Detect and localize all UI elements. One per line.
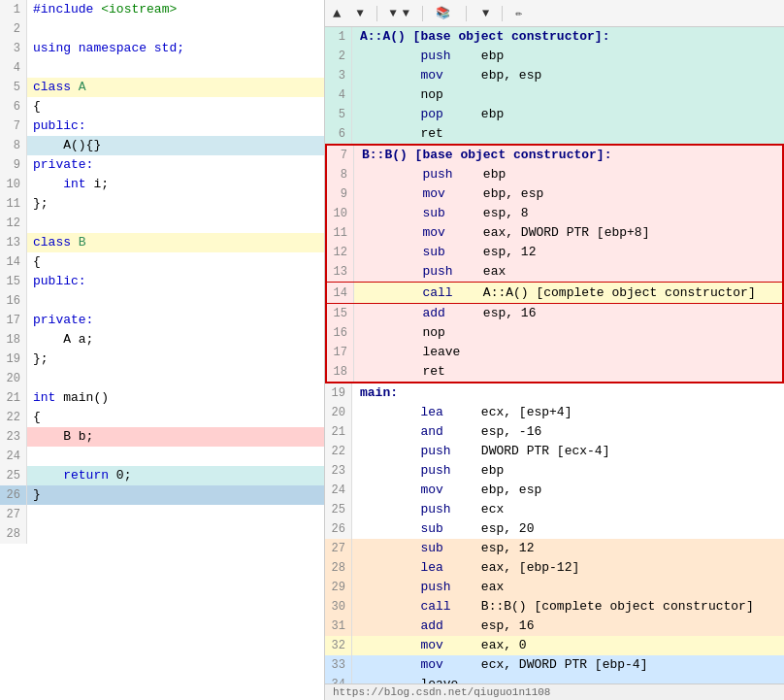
code-line: 8 A(){} (0, 136, 324, 155)
asm-line-content: push ecx (352, 500, 784, 519)
asm-line: 2 push ebp (325, 47, 784, 66)
asm-line: 25 push ecx (325, 500, 784, 519)
asm-line-content: sub esp, 12 (354, 243, 782, 262)
asm-line-number: 10 (327, 204, 354, 223)
asm-line-number: 11 (327, 223, 354, 243)
asm-line: 3 mov ebp, esp (325, 66, 784, 85)
asm-line-content: mov eax, 0 (352, 636, 784, 655)
asm-line-content: push DWORD PTR [ecx-4] (352, 442, 784, 461)
asm-line-content: and esp, -16 (352, 422, 784, 442)
code-line: 24 (0, 447, 324, 466)
line-number: 21 (0, 388, 27, 408)
line-number: 14 (0, 252, 27, 272)
line-number: 15 (0, 272, 27, 291)
line-number: 16 (0, 291, 27, 311)
add-new-button[interactable]: ▼ (474, 5, 494, 22)
line-number: 22 (0, 408, 27, 427)
asm-line-number: 25 (325, 500, 352, 519)
line-content: return 0; (27, 466, 324, 485)
line-number: 6 (0, 97, 27, 117)
pencil-button[interactable]: ✏ (510, 4, 527, 22)
filter-icon: ▼ (390, 7, 397, 20)
line-number: 3 (0, 39, 27, 58)
line-content: A a; (27, 330, 324, 350)
line-content: using namespace std; (27, 39, 324, 58)
line-content (27, 447, 324, 466)
asm-line-content: B::B() [base object constructor]: (354, 146, 782, 165)
asm-line-content: sub esp, 20 (352, 519, 784, 539)
asm-line: 22 push DWORD PTR [ecx-4] (325, 442, 784, 461)
line-content: { (27, 252, 324, 272)
divider4 (502, 6, 503, 21)
arrow-icon: ▲ (333, 6, 341, 21)
asm-line-content: pop ebp (352, 105, 784, 124)
asm-line-content: push eax (352, 578, 784, 597)
line-content: private: (27, 311, 324, 330)
code-line: 6{ (0, 97, 324, 117)
asm-line: 19main: (325, 383, 784, 403)
asm-line-number: 7 (327, 146, 354, 165)
asm-line-number: 18 (327, 362, 354, 382)
line-content (27, 19, 324, 39)
line-content: }; (27, 194, 324, 214)
line-number: 8 (0, 136, 27, 155)
code-line: 5class A (0, 78, 324, 97)
line-number: 24 (0, 447, 27, 466)
asm-line-content: nop (352, 85, 784, 105)
asm-area[interactable]: 1A::A() [base object constructor]:2 push… (325, 27, 784, 683)
asm-line-content: mov eax, DWORD PTR [ebp+8] (354, 223, 782, 243)
asm-line-number: 33 (325, 655, 352, 675)
line-number: 1 (0, 0, 27, 19)
code-line: 7public: (0, 117, 324, 136)
source-code-area[interactable]: 1#include <iostream>23using namespace st… (0, 0, 324, 700)
url-text: https://blog.csdn.net/qiuguo1n1108 (333, 686, 550, 698)
code-line: 22{ (0, 408, 324, 427)
line-content: int i; (27, 175, 324, 194)
asm-line: 15 add esp, 16 (325, 304, 784, 323)
divider2 (422, 6, 423, 21)
asm-line-content: ret (352, 124, 784, 144)
asm-line-number: 12 (327, 243, 354, 262)
code-line: 23 B b; (0, 427, 324, 447)
filter-button[interactable]: ▼ ▼ (385, 5, 414, 22)
asm-line-number: 32 (325, 636, 352, 655)
asm-line-content: leave (352, 675, 784, 683)
asm-line: 34 leave (325, 675, 784, 683)
asm-line-number: 28 (325, 558, 352, 578)
asm-line-content: mov ecx, DWORD PTR [ebp-4] (352, 655, 784, 675)
asm-line: 12 sub esp, 12 (325, 243, 784, 262)
libraries-button[interactable]: 📚 (431, 4, 458, 22)
asm-line: 17 leave (325, 343, 784, 362)
code-line: 9private: (0, 155, 324, 175)
line-number: 5 (0, 78, 27, 97)
asm-line-content: leave (354, 343, 782, 362)
line-content: #include <iostream> (27, 0, 324, 19)
add-new-dropdown-icon: ▼ (482, 7, 489, 20)
line-number: 2 (0, 19, 27, 39)
output-button[interactable]: ▼ (348, 5, 368, 22)
code-line: 17private: (0, 311, 324, 330)
asm-line-number: 16 (327, 323, 354, 343)
code-line: 25 return 0; (0, 466, 324, 485)
asm-line: 8 push ebp (325, 165, 784, 184)
asm-line-content: nop (354, 323, 782, 343)
line-number: 4 (0, 58, 27, 78)
asm-line-number: 13 (327, 262, 354, 282)
line-number: 18 (0, 330, 27, 350)
asm-line-number: 21 (325, 422, 352, 442)
asm-line-content: mov ebp, esp (352, 66, 784, 85)
line-number: 19 (0, 350, 27, 369)
asm-line: 32 mov eax, 0 (325, 636, 784, 655)
toolbar: ▲ ▼ ▼ ▼ 📚 ▼ ✏ (325, 0, 784, 27)
asm-line: 5 pop ebp (325, 105, 784, 124)
asm-line-number: 22 (325, 442, 352, 461)
asm-line-number: 29 (325, 578, 352, 597)
code-line: 21int main() (0, 388, 324, 408)
code-line: 19}; (0, 350, 324, 369)
code-line: 26} (0, 485, 324, 505)
line-content: private: (27, 155, 324, 175)
asm-line-content: main: (352, 383, 784, 403)
asm-line: 13 push eax (325, 262, 784, 282)
line-number: 10 (0, 175, 27, 194)
line-number: 17 (0, 311, 27, 330)
